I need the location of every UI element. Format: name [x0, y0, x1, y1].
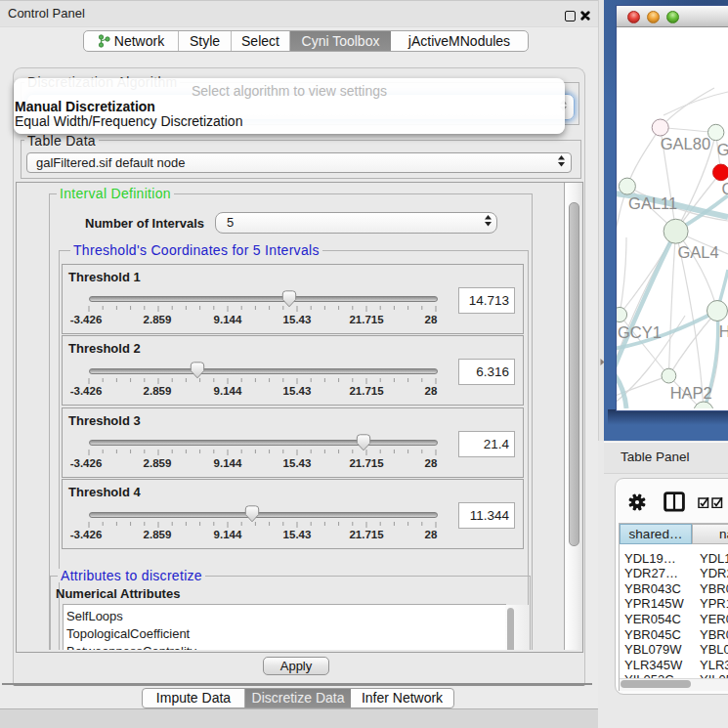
svg-text:GAL80: GAL80: [661, 135, 710, 152]
svg-text:HIS: HIS: [719, 322, 728, 340]
svg-text:HAP2: HAP2: [670, 384, 712, 402]
svg-text:CR: CR: [722, 180, 728, 197]
svg-text:GAL4: GAL4: [677, 243, 718, 261]
svg-text:GAL11: GAL11: [628, 194, 677, 212]
svg-text:GCY1: GCY1: [618, 323, 662, 341]
svg-text:GA: GA: [717, 141, 728, 158]
